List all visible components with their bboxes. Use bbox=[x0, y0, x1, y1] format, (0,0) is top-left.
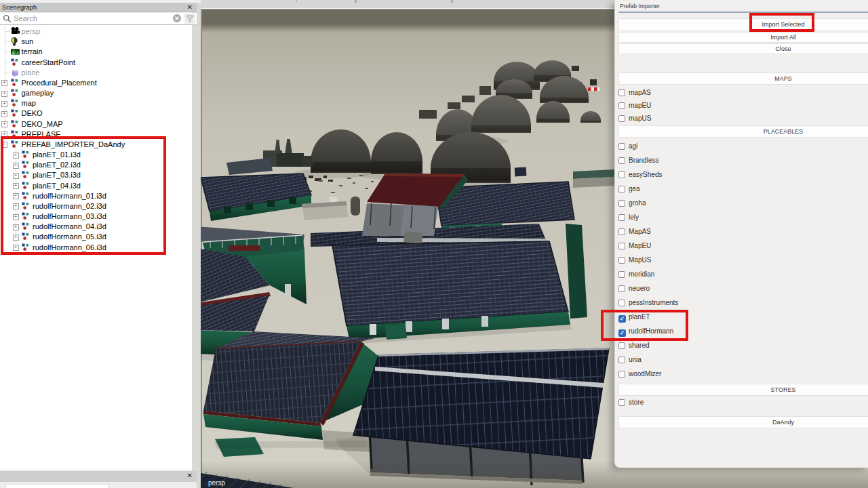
svg-text:persp: persp bbox=[208, 479, 225, 487]
